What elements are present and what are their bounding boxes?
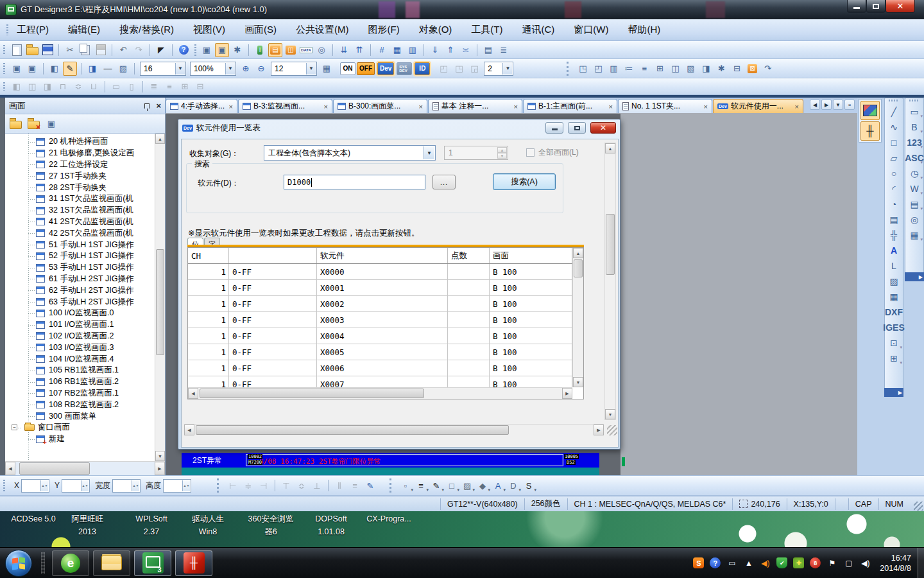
dialog-close-button[interactable]: ✕ bbox=[590, 122, 616, 134]
spin-up-icon[interactable]: ▲ bbox=[497, 147, 507, 153]
menu-figure[interactable]: 图形(F) bbox=[368, 24, 400, 36]
toolbar-overflow-icon[interactable]: ▶ bbox=[905, 272, 924, 281]
paste-icon[interactable] bbox=[94, 43, 108, 57]
comment-list-icon[interactable]: ▤ bbox=[268, 43, 282, 57]
align-center-h-icon[interactable]: ≑ bbox=[241, 478, 255, 493]
paint-tool-icon[interactable]: ▨ bbox=[886, 274, 902, 288]
polygon-tool-icon[interactable]: ▱ bbox=[886, 150, 902, 165]
tree-item[interactable]: 61 手动LH 2ST JIG操作 bbox=[5, 274, 155, 285]
open-project-icon[interactable] bbox=[25, 43, 39, 57]
tree-item[interactable]: 103 I/O监视画面.3 bbox=[5, 342, 155, 353]
all-screens-checkbox[interactable]: 全部画面(L) bbox=[526, 147, 579, 158]
clock-display-icon[interactable]: ◷ bbox=[907, 166, 922, 180]
panel-close-icon[interactable]: × bbox=[156, 101, 161, 110]
tab-basic-comment[interactable]: 基本 注释一... × bbox=[428, 99, 522, 113]
text-size-combo[interactable]: 12▼ bbox=[271, 62, 317, 76]
chevron-down-icon[interactable]: ▼ bbox=[306, 63, 316, 74]
image-insert-icon[interactable]: ▦ bbox=[886, 289, 902, 304]
template-icon[interactable]: ◧ bbox=[47, 62, 62, 76]
dialog-maximize-button[interactable] bbox=[568, 122, 586, 134]
shape-frame-icon[interactable]: □▾ bbox=[445, 478, 459, 493]
screen-front-icon[interactable]: ▣ bbox=[215, 43, 229, 57]
tray-browser-icon[interactable]: 8 bbox=[810, 557, 821, 568]
tree-item[interactable]: 100 I/O监视画面.0 bbox=[5, 308, 155, 319]
label-icon[interactable]: ⊞ bbox=[653, 62, 667, 76]
distribute-h-icon[interactable]: ≣ bbox=[147, 80, 161, 94]
snap-icon[interactable]: ▦ bbox=[390, 43, 404, 57]
tray-flag-icon[interactable]: ⚑ bbox=[826, 557, 837, 568]
open-screen-icon[interactable] bbox=[8, 117, 22, 131]
pen-color-icon[interactable]: ✎▾ bbox=[429, 478, 443, 493]
tree-folder-window-screens[interactable]: − 窗口画面 bbox=[5, 422, 155, 434]
collapse-icon[interactable]: − bbox=[12, 425, 17, 430]
table-row[interactable]: 1 0-FF X0002 B 100 bbox=[188, 296, 572, 312]
desktop-icon-label[interactable]: DOPSoft 1.01.08 bbox=[307, 512, 355, 538]
tree-vertical-scrollbar[interactable]: ▲ ▼ bbox=[155, 134, 165, 461]
device-browse-button[interactable]: ... bbox=[432, 175, 456, 189]
menu-project[interactable]: 工程(P) bbox=[17, 24, 49, 36]
rect-tool-icon[interactable]: □ bbox=[886, 135, 902, 150]
rotate-icon[interactable]: ↷ bbox=[760, 62, 774, 76]
dialog-horizontal-scrollbar[interactable]: ◀ ▶ bbox=[184, 424, 604, 435]
collect-target-combo[interactable]: 工程全体(包含脚本文本) ▼ bbox=[264, 145, 436, 161]
dialog-vertical-scrollbar[interactable]: ▲ ▼ bbox=[604, 143, 616, 420]
same-width-icon[interactable]: ▭ bbox=[109, 80, 123, 94]
capture-screen-icon[interactable]: ⊡ bbox=[886, 335, 902, 350]
tab-close-icon[interactable]: × bbox=[795, 103, 799, 110]
text-tool-icon[interactable]: A bbox=[886, 243, 902, 258]
tree-item[interactable]: 102 I/O监视画面.2 bbox=[5, 331, 155, 342]
table-header-cell[interactable]: CH bbox=[188, 248, 229, 263]
scroll-up-icon[interactable]: ▲ bbox=[155, 134, 165, 144]
resize-grip[interactable] bbox=[607, 425, 617, 435]
logo-text-tool-icon[interactable]: L bbox=[886, 258, 902, 273]
desktop-icon-label[interactable]: ACDSee 5.0 bbox=[1, 512, 65, 525]
guideline-icon[interactable]: ▥ bbox=[406, 43, 420, 57]
polyline-tool-icon[interactable]: ∿ bbox=[886, 119, 902, 134]
desktop-icon-label[interactable]: WPLSoft 2.37 bbox=[128, 512, 175, 538]
match-size-icon[interactable]: ≡ bbox=[348, 478, 362, 493]
dialog-minimize-button[interactable] bbox=[545, 122, 563, 134]
chevron-down-icon[interactable]: ▼ bbox=[424, 146, 434, 159]
fill-color-icon[interactable]: ◨ bbox=[85, 62, 99, 76]
tree-item[interactable]: 28 2ST手动换夹 bbox=[5, 182, 155, 193]
tray-network-icon[interactable]: ▢ bbox=[843, 557, 854, 568]
screen-new-icon[interactable]: ▣ bbox=[10, 62, 24, 76]
scrollbar-thumb[interactable] bbox=[19, 462, 90, 475]
tree-item[interactable]: 52 手动LH 1ST JIG操作 bbox=[5, 250, 155, 262]
taskbar-clock[interactable]: 16:47 2014/8/8 bbox=[880, 553, 911, 574]
help-icon[interactable]: ? bbox=[176, 43, 191, 57]
tree-item[interactable]: 104 I/O监视画面.4 bbox=[5, 353, 155, 365]
line-style-icon[interactable]: ≡▾ bbox=[414, 478, 428, 493]
distribute-icon[interactable]: ⫴ bbox=[332, 478, 346, 493]
align-top-edge-icon[interactable]: ⊤ bbox=[279, 478, 293, 493]
menu-edit[interactable]: 编辑(E) bbox=[68, 24, 100, 36]
chevron-down-icon[interactable]: ▼ bbox=[225, 63, 235, 74]
chevron-down-icon[interactable]: ▼ bbox=[502, 63, 512, 74]
layer-combo[interactable]: 2▼ bbox=[484, 62, 513, 76]
taskbar-explorer[interactable] bbox=[93, 550, 130, 576]
line-tool-icon[interactable]: ╱ bbox=[886, 104, 902, 119]
tray-shield-icon[interactable]: ✔ bbox=[776, 557, 787, 568]
height-input[interactable] bbox=[163, 479, 191, 493]
device-grid-view-button[interactable]: ╫ bbox=[860, 121, 880, 141]
zoom-in-icon[interactable]: ⊕ bbox=[239, 62, 253, 76]
scroll-left-icon[interactable]: ◀ bbox=[5, 462, 15, 475]
tab-b1-main[interactable]: B-1:主画面(前... × bbox=[523, 99, 617, 113]
tree-item[interactable]: 63 手动LH 2ST JIG操作 bbox=[5, 296, 155, 308]
tray-sogou-icon[interactable]: S bbox=[693, 557, 704, 568]
table-row[interactable]: 1 0-FF X0007 B 100 bbox=[188, 376, 572, 387]
desktop-icon-label[interactable]: 驱动人生 Win8 bbox=[185, 512, 231, 538]
device-search-tool-icon[interactable]: ◎ bbox=[907, 212, 922, 227]
capture-object-icon[interactable]: ⊞ bbox=[886, 351, 902, 365]
tab-scroll-left[interactable]: ◀ bbox=[810, 100, 820, 110]
recipe-icon[interactable]: ▥ bbox=[606, 62, 620, 76]
copy-icon[interactable] bbox=[78, 43, 92, 57]
library-list-icon[interactable]: ◫ bbox=[668, 62, 682, 76]
align-right-edge-icon[interactable]: ⊣ bbox=[257, 478, 271, 493]
print-icon[interactable]: ≣ bbox=[497, 43, 511, 57]
table-row[interactable]: 1 0-FF X0005 B 100 bbox=[188, 344, 572, 360]
show-desktop-button[interactable] bbox=[918, 548, 924, 578]
taskbar-browser-360[interactable]: e bbox=[52, 550, 89, 576]
device-monitor-icon[interactable]: ▦ bbox=[907, 227, 922, 242]
table-header-cell[interactable]: 画面 bbox=[490, 248, 572, 263]
